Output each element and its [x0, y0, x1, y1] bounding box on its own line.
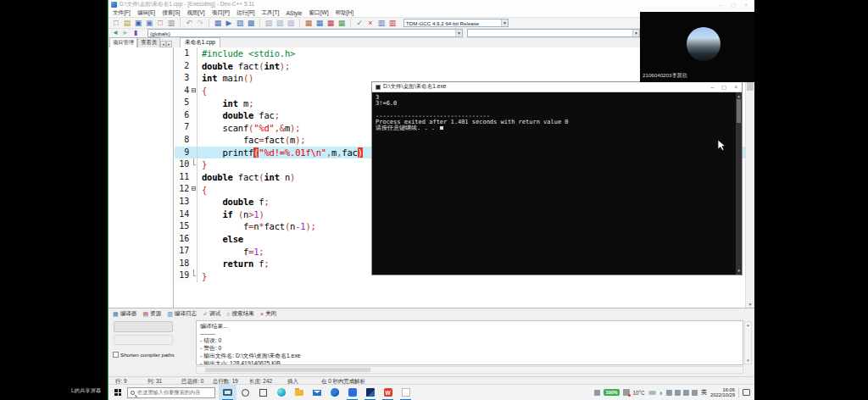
compile-icon[interactable]: ▦ — [213, 18, 223, 28]
project-manager-panel[interactable] — [108, 47, 174, 308]
fold-margin[interactable] — [191, 183, 198, 196]
taskbar-app-mail[interactable] — [308, 385, 326, 400]
console-title-bar[interactable]: D:\文件\桌面\未命名1.exe –▢× — [372, 82, 742, 92]
abort-compilation-button[interactable] — [114, 321, 173, 332]
print-icon[interactable]: ▥ — [166, 18, 176, 28]
log-vertical-scrollbar[interactable]: ▲ ▼ — [744, 321, 752, 364]
taskbar-app-browser[interactable] — [326, 385, 343, 400]
syntax-check-icon[interactable]: ✓ — [354, 18, 364, 28]
menu-item-0[interactable]: 文件[F] — [113, 9, 131, 17]
editor-vertical-scrollbar[interactable]: ▲ ▼ — [745, 47, 754, 308]
menu-item-1[interactable]: 编辑[E] — [137, 9, 155, 17]
console-maximize-button[interactable]: ▢ — [721, 83, 726, 91]
save-all-icon[interactable]: ▣ — [144, 18, 154, 28]
console-scrollbar[interactable]: ▲ ▼ — [736, 92, 742, 275]
abort-compile-icon[interactable]: × — [365, 18, 376, 28]
menu-item-5[interactable]: 运行[R] — [236, 9, 255, 17]
console-window[interactable]: D:\文件\桌面\未命名1.exe –▢× 33!=6.0-----------… — [371, 81, 743, 275]
redo-icon[interactable]: ↷ — [195, 18, 205, 28]
globals-combo[interactable]: (globals) ▼ — [147, 29, 463, 37]
taskbar-app-cortana[interactable] — [236, 385, 254, 400]
editor-tab-unnamed1[interactable]: 未命名1.cpp — [180, 37, 220, 47]
menu-item-2[interactable]: 搜索[S] — [162, 9, 180, 17]
save-icon[interactable]: ▣ — [133, 18, 143, 28]
taskbar-app-photos[interactable] — [361, 385, 379, 400]
stop-execution-icon[interactable]: ▨ — [286, 18, 296, 28]
scroll-down-icon[interactable]: ▼ — [736, 268, 742, 274]
start-button[interactable] — [110, 385, 125, 400]
taskbar-app-wps[interactable]: W — [379, 385, 397, 400]
tab-scroll-left-icon[interactable]: ◂ — [160, 41, 166, 47]
phone-tray-icon[interactable] — [675, 390, 681, 396]
menu-item-9[interactable]: 帮助[H] — [336, 9, 354, 17]
scroll-down-icon[interactable]: ▼ — [746, 302, 754, 307]
members-combo[interactable]: ▼ — [467, 29, 640, 37]
compile-log[interactable]: 编译结果...--------- 错误: 0- 警告: 0- 输出文件名: D:… — [196, 320, 743, 365]
clock[interactable]: 16:06 2022/10/29 — [710, 387, 735, 398]
profile-chart-icon[interactable]: ▥ — [376, 18, 387, 28]
new-file-icon[interactable]: □ — [111, 18, 121, 28]
shorten-paths-checkbox[interactable] — [113, 352, 119, 358]
goto-line-icon[interactable]: ▮ — [131, 29, 140, 37]
weather-cloud-icon[interactable] — [648, 391, 656, 395]
undo-icon[interactable]: ↶ — [184, 18, 194, 28]
menu-item-6[interactable]: 工具[T] — [262, 9, 280, 17]
menu-item-4[interactable]: 项目[P] — [212, 9, 230, 17]
ide-minimize-button[interactable]: – — [719, 1, 722, 8]
goto-forward-icon[interactable]: ► — [121, 29, 130, 37]
log-horizontal-scrollbar[interactable] — [196, 366, 743, 374]
ime-indicator[interactable]: 英 — [701, 388, 707, 397]
taskbar-app-explorer[interactable] — [290, 385, 308, 400]
volume-tray-icon[interactable] — [692, 390, 698, 396]
goto-back-icon[interactable]: ◄ — [111, 29, 120, 37]
fold-margin[interactable] — [191, 269, 198, 282]
ide-maximize-button[interactable]: ▢ — [731, 1, 736, 8]
delete-profiling-icon[interactable]: ▥ — [387, 18, 398, 28]
debug-icon[interactable]: ▨ — [264, 18, 274, 28]
taskbar-app-task-view[interactable] — [254, 385, 272, 400]
cloud-tray-icon[interactable] — [666, 390, 672, 396]
report-tab-5[interactable]: ×关闭 — [260, 310, 276, 318]
taskbar-app-devcpp[interactable] — [219, 385, 236, 400]
taskbar-app-app-light[interactable] — [397, 385, 415, 400]
profile-icon[interactable]: ▨ — [275, 18, 285, 28]
open-file-icon[interactable]: ▤ — [122, 18, 132, 28]
fold-margin[interactable] — [191, 158, 198, 171]
panel-tab-1[interactable]: 查看类 — [137, 37, 160, 47]
sync-tray-icon[interactable] — [594, 390, 600, 396]
alert-tray-icon[interactable] — [623, 389, 630, 396]
compile-run-icon[interactable]: ▧ — [235, 18, 245, 28]
menu-item-8[interactable]: 窗口[W] — [309, 9, 328, 17]
report-tab-0[interactable]: ▦编译器 — [113, 310, 136, 318]
hidden-icons-chevron-icon[interactable]: ∧ — [659, 390, 663, 396]
window-layout3-icon[interactable]: ▦ — [326, 18, 336, 28]
scroll-up-icon[interactable]: ▲ — [745, 323, 751, 327]
taskbar-app-app-blue[interactable] — [343, 385, 361, 400]
fold-collapse-icon[interactable] — [192, 186, 196, 191]
ide-title-bar[interactable]: D:\文件\桌面\未命名1.cpp - [Executing] - Dev-C+… — [108, 0, 754, 9]
participant-video-overlay[interactable]: 2106040203李晨欣 — [640, 12, 754, 82]
report-tab-4[interactable]: ○搜索结果 — [226, 310, 254, 318]
taskbar-app-edge[interactable] — [272, 385, 290, 400]
report-tab-3[interactable]: ✓调试 — [203, 310, 220, 318]
close-file-icon[interactable]: □ — [155, 18, 165, 28]
taskbar-search-input[interactable]: 在这里输入你要搜索的内容 — [127, 387, 215, 398]
battery-tray-icon[interactable] — [683, 390, 689, 396]
console-body[interactable]: 33!=6.0--------------------------------P… — [372, 92, 742, 275]
panel-tab-0[interactable]: 项目管理 — [109, 37, 137, 47]
weather-temperature[interactable]: 10°C — [633, 390, 645, 396]
menu-item-3[interactable]: 视图[V] — [186, 9, 204, 17]
tab-scroll-right-icon[interactable]: ▸ — [166, 41, 172, 47]
fold-margin[interactable] — [191, 85, 198, 97]
fold-collapse-icon[interactable] — [192, 88, 196, 92]
window-layout2-icon[interactable]: ▦ — [314, 18, 325, 28]
battery-badge[interactable]: 100% — [604, 389, 619, 396]
run-icon[interactable]: ▶ — [224, 18, 234, 28]
rebuild-icon[interactable]: ▩ — [246, 18, 256, 28]
report-tab-1[interactable]: ▤资源 — [142, 310, 161, 318]
compiler-profile-combo[interactable]: TDM-GCC 4.9.2 64-bit Release ▼ — [403, 19, 509, 27]
window-layout1-icon[interactable]: ▦ — [303, 18, 314, 28]
scroll-down-icon[interactable]: ▼ — [745, 358, 751, 363]
action-center-icon[interactable] — [743, 389, 750, 396]
menu-item-7[interactable]: AStyle — [286, 10, 302, 16]
